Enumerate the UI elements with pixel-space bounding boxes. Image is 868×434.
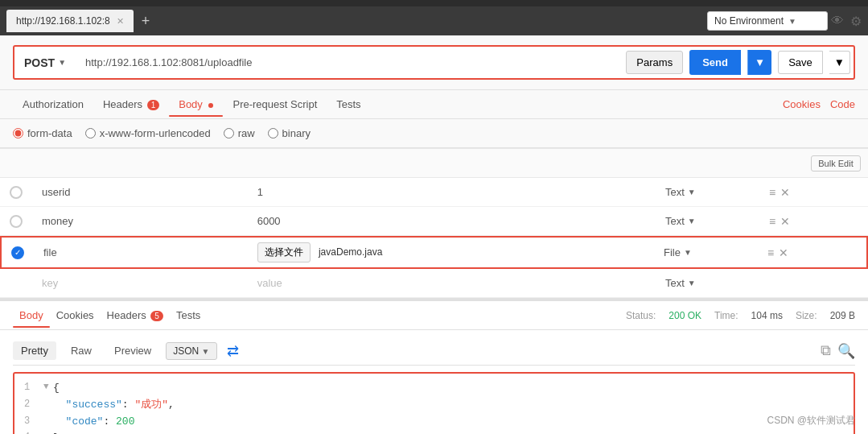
userid-key: userid	[32, 181, 248, 203]
money-key: money	[32, 210, 248, 232]
subnav-pre-request[interactable]: Pre-request Script	[223, 92, 327, 117]
status-label: Status:	[626, 310, 656, 321]
method-selector[interactable]: POST ▼	[18, 53, 72, 72]
file-checkbox[interactable]	[11, 246, 24, 259]
eye-icon[interactable]: 👁	[831, 14, 844, 28]
money-delete-icon[interactable]: ✕	[780, 215, 790, 228]
file-choose-button[interactable]: 选择文件	[257, 242, 311, 262]
body-type-binary[interactable]: binary	[268, 127, 311, 139]
response-area: Body Cookies Headers 5 Tests Status: 200…	[0, 300, 868, 434]
key-header	[32, 159, 248, 168]
request-bar: POST ▼ Params Send ▼ Save ▼	[13, 45, 855, 80]
url-input[interactable]	[79, 53, 619, 72]
save-button[interactable]: Save	[778, 51, 823, 74]
save-chevron-icon: ▼	[834, 56, 845, 68]
file-check[interactable]	[2, 246, 34, 259]
res-tab-pretty[interactable]: Pretty	[13, 341, 56, 360]
subnav-authorization[interactable]: Authorization	[13, 92, 93, 117]
response-headers-badge: 5	[150, 311, 163, 321]
money-type[interactable]: Text ▼	[659, 210, 755, 232]
wrap-icon[interactable]: ⇄	[227, 342, 239, 360]
money-checkbox[interactable]	[10, 215, 23, 228]
subnav-tests[interactable]: Tests	[327, 92, 370, 117]
cookies-link[interactable]: Cookies	[783, 98, 821, 110]
active-tab[interactable]: http://192.168.1.102:8 ✕	[6, 10, 134, 32]
response-tab-body[interactable]: Body	[13, 303, 50, 328]
file-type-chevron: ▼	[684, 248, 692, 257]
file-type-label: File	[664, 246, 681, 258]
bulk-edit-button[interactable]: Bulk Edit	[811, 155, 860, 172]
userid-type-chevron: ▼	[688, 188, 696, 196]
request-subnav: Authorization Headers 1 Body Pre-request…	[0, 90, 868, 119]
tab-bar: http://192.168.1.102:8 ✕ + No Environmen…	[0, 6, 868, 35]
response-tab-tests[interactable]: Tests	[170, 303, 207, 328]
userid-delete-icon[interactable]: ✕	[780, 186, 790, 199]
subnav-right: Cookies Code	[783, 98, 855, 110]
body-active-dot	[208, 103, 213, 108]
form-table-header: Bulk Edit	[0, 149, 868, 178]
res-tab-raw[interactable]: Raw	[63, 341, 100, 360]
copy-response-button[interactable]: ⧉	[821, 342, 831, 360]
form-placeholder-row: key value Text ▼	[0, 269, 868, 298]
subnav-body[interactable]: Body	[169, 92, 223, 117]
env-label: No Environment	[714, 15, 784, 27]
userid-checkbox[interactable]	[10, 186, 23, 199]
file-value: 选择文件 javaDemo.java	[248, 238, 657, 267]
json-format-selector[interactable]: JSON ▼	[166, 342, 216, 360]
code-line-3: 3 "code": 200	[24, 414, 844, 431]
json-chevron-icon: ▼	[202, 347, 210, 356]
userid-type-label: Text	[665, 186, 685, 198]
response-tab-headers[interactable]: Headers 5	[101, 303, 170, 328]
file-type[interactable]: File ▼	[657, 242, 754, 263]
file-key: file	[34, 242, 248, 263]
type-header	[659, 159, 755, 168]
money-value: 6000	[248, 210, 659, 232]
code-line-1: 1 ▼ {	[24, 380, 844, 397]
code-line-4: 4 }	[24, 430, 844, 434]
userid-more-icon[interactable]: ≡	[769, 186, 775, 199]
code-link[interactable]: Code	[830, 98, 855, 110]
body-type-urlencoded[interactable]: x-www-form-urlencoded	[85, 127, 211, 139]
file-delete-icon[interactable]: ✕	[779, 246, 788, 259]
body-type-form-data[interactable]: form-data	[13, 127, 72, 139]
add-tab-button[interactable]: +	[137, 13, 155, 30]
file-name-label: javaDemo.java	[319, 246, 382, 258]
size-label: Size:	[796, 310, 817, 321]
response-body-area: Pretty Raw Preview JSON ▼ ⇄ ⧉ 🔍 1 ▼ { 2	[0, 330, 868, 434]
placeholder-key[interactable]: key	[32, 272, 248, 294]
userid-check[interactable]	[0, 186, 32, 199]
money-check[interactable]	[0, 215, 32, 228]
watermark: CSDN @软件测试君	[767, 414, 855, 428]
body-type-bar: form-data x-www-form-urlencoded raw bina…	[0, 119, 868, 148]
money-more-icon[interactable]: ≡	[769, 215, 775, 228]
env-icons: 👁 ⚙	[831, 14, 862, 29]
method-chevron-icon: ▼	[58, 58, 66, 67]
code-line-2: 2 "success": "成功",	[24, 397, 844, 414]
file-more-icon[interactable]: ≡	[767, 246, 774, 259]
form-row-file: file 选择文件 javaDemo.java File ▼ ≡ ✕	[0, 236, 868, 269]
gear-icon[interactable]: ⚙	[850, 14, 862, 29]
headers-badge: 1	[147, 100, 160, 110]
save-dropdown-button[interactable]: ▼	[829, 51, 850, 74]
time-value: 104 ms	[751, 310, 783, 321]
subnav-headers[interactable]: Headers 1	[93, 92, 169, 117]
send-dropdown-button[interactable]: ▼	[747, 50, 771, 75]
send-button[interactable]: Send	[689, 50, 741, 75]
response-tab-cookies[interactable]: Cookies	[50, 303, 101, 328]
userid-type[interactable]: Text ▼	[659, 181, 755, 203]
bulk-header: Bulk Edit	[804, 155, 868, 172]
json-label: JSON	[173, 345, 199, 357]
size-value: 209 B	[830, 310, 855, 321]
res-tab-preview[interactable]: Preview	[106, 341, 159, 360]
params-button[interactable]: Params	[626, 51, 683, 74]
body-type-raw[interactable]: raw	[224, 127, 255, 139]
tab-close-icon[interactable]: ✕	[117, 16, 124, 27]
response-nav: Body Cookies Headers 5 Tests Status: 200…	[0, 301, 868, 330]
placeholder-value[interactable]: value	[248, 272, 659, 294]
response-action-icons: ⧉ 🔍	[821, 342, 855, 360]
form-params-table: Bulk Edit userid 1 Text ▼ ≡ ✕ money 6000…	[0, 148, 868, 298]
response-code-block: 1 ▼ { 2 "success": "成功", 3 "code": 200 4	[13, 372, 855, 434]
search-response-button[interactable]: 🔍	[837, 342, 855, 360]
environment-selector[interactable]: No Environment ▼	[707, 11, 828, 31]
form-row-userid: userid 1 Text ▼ ≡ ✕	[0, 178, 868, 207]
